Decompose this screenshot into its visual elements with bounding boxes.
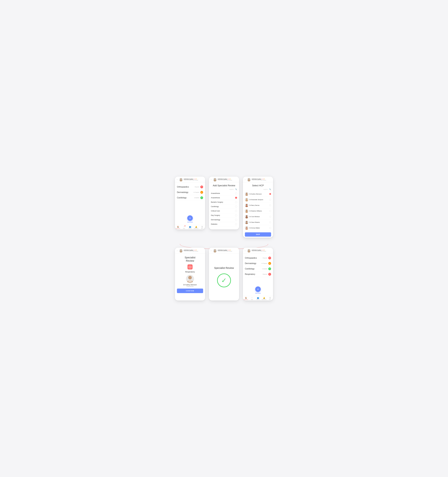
specialty-anaesthesia-1[interactable]: Anaesthesia <box>211 191 237 196</box>
add-new-label: Add New <box>255 292 261 294</box>
patient-avatar <box>213 178 217 181</box>
hcp-cecil[interactable]: Dr Cecil Windsor <box>245 214 271 220</box>
specialty-diabetes[interactable]: Diabetes <box>211 222 237 227</box>
patient-info: HOPKINS Heather ⚠ ♥ ⚕ ⚑ 12-NOV-1979 (38)… <box>218 179 238 181</box>
allergy-icon: ⚕ <box>195 179 196 180</box>
hcp-barry[interactable]: Dr Barry Darrow <box>245 203 271 208</box>
specialty-label: Bariatric Surgery <box>211 201 223 203</box>
confirm-button[interactable]: CONFIRM <box>177 289 203 293</box>
back-arrow-icon[interactable]: ← <box>210 179 212 181</box>
review-specialty-icon <box>188 264 193 269</box>
allergy-icon: ⚕ <box>229 250 230 251</box>
alert-icon: ⚠ <box>194 179 194 180</box>
specialty-cardiology[interactable]: Cardiology <box>211 204 237 209</box>
doctor-dept: Anaesthesia <box>187 286 194 287</box>
nav-patients[interactable]: 👥 Patients <box>255 297 261 300</box>
phone-1-nav: 🏠 Dashboard ♡ Tasks 👥 Patients 🔔 Notific… <box>175 225 205 229</box>
specialty-status: In Progress <box>261 263 267 264</box>
skip-button[interactable]: SKIP <box>245 232 271 237</box>
nav-dashboard[interactable]: 🏠 Dashboard <box>175 226 181 229</box>
patient-name: HOPKINS Heather ⚠ ♥ ⚕ ⚑ <box>218 179 238 180</box>
svg-point-31 <box>248 251 250 252</box>
add-new-label: Add New <box>187 221 193 223</box>
hcp-emma[interactable]: Dr Emma Walker <box>245 225 271 231</box>
hcp-radio[interactable] <box>269 210 271 212</box>
radio-dermatology[interactable] <box>235 219 237 221</box>
hcp-dave[interactable]: Dr Dave Roberts <box>245 220 271 225</box>
radio-bariatric[interactable] <box>235 201 237 203</box>
nav-tasks-label: Tasks <box>183 228 185 229</box>
radio-day-surgery[interactable] <box>235 214 237 216</box>
specialty-name: Dermatology <box>177 191 194 193</box>
nav-notifications[interactable]: 🔔 Notifications <box>261 297 267 300</box>
patient-details: 12-NOV-1979 (38) Female #1234567 <box>218 251 238 252</box>
add-new-button[interactable]: + <box>187 215 193 221</box>
specialty-dermatology[interactable]: Dermatology In Progress ∞ <box>245 261 271 266</box>
hcp-radio[interactable] <box>269 199 271 201</box>
phone-6-nav: 🏠 Dashboard ♡ Tasks 👥 Patients 🔔 Notific… <box>243 296 273 300</box>
hcp-avatar <box>245 209 248 213</box>
patient-avatar <box>247 249 251 252</box>
specialty-orthopaedics[interactable]: Orthopaedics Required ✕ <box>177 184 203 190</box>
radio-diabetes[interactable] <box>235 223 237 225</box>
svg-point-25 <box>188 276 192 279</box>
radio-critical-care[interactable] <box>235 210 237 212</box>
hcp-beatrice[interactable]: Dr Beatrice Williams <box>245 208 271 214</box>
patient-avatar <box>247 178 251 181</box>
required-badge: ✕ <box>200 185 203 188</box>
specialty-anaesthesia-2[interactable]: Anaesthesia <box>211 196 237 200</box>
hcp-radio[interactable] <box>269 193 271 195</box>
specialty-respiratory[interactable]: Respiratory Required ✕ <box>245 272 271 277</box>
phone-2-header: ← HOPKINS Heather ⚠ ♥ ⚕ ⚑ <box>209 177 239 182</box>
hcp-antoinette[interactable]: Dr Antoinette Simpson <box>245 197 271 203</box>
back-arrow-icon[interactable]: ← <box>244 250 246 252</box>
back-arrow-icon[interactable]: ← <box>244 179 246 181</box>
hcp-name: Dr Cecil Windsor <box>249 216 268 217</box>
back-arrow-icon[interactable]: ← <box>176 179 178 181</box>
hcp-radio[interactable] <box>269 216 271 217</box>
nav-menu[interactable]: ☰ Menu <box>267 297 273 300</box>
specialty-critical-care[interactable]: Critical Care <box>211 209 237 213</box>
hcp-audrey[interactable]: Dr Audrey Stensson <box>245 191 271 197</box>
specialty-cardiology[interactable]: Cardiology completed ✓ <box>177 195 203 201</box>
add-new-button[interactable]: + <box>255 286 261 292</box>
patient-avatar <box>179 178 183 181</box>
specialty-dermatology[interactable]: Dermatology <box>211 218 237 222</box>
specialty-orthopaedics[interactable]: Orthopaedics Required ✕ <box>245 255 271 261</box>
specialty-cardiology[interactable]: Cardiology completed ✓ <box>245 266 271 272</box>
radio-anaesthesia-1[interactable] <box>235 192 237 194</box>
hcp-radio[interactable] <box>269 227 271 229</box>
nav-tasks[interactable]: ♡ Tasks <box>181 226 187 229</box>
specialty-name: Cardiology <box>245 268 262 270</box>
svg-point-30 <box>248 250 250 251</box>
hcp-avatar <box>245 215 248 218</box>
radio-cardiology[interactable] <box>235 206 237 208</box>
specialty-dermatology[interactable]: Dermatology In Progress ∞ <box>177 190 203 195</box>
phone-2-body: Add Specialist Review search... 🔍 Anaest… <box>209 182 239 229</box>
heart-icon: ♥ <box>263 179 263 180</box>
dashboard-icon: 🏠 <box>245 297 247 299</box>
hcp-avatar <box>245 192 248 196</box>
nav-menu[interactable]: ☰ Menu <box>199 226 205 229</box>
patient-name: HOPKINS Heather ⚠ ♥ ⚕ ⚑ <box>218 250 238 251</box>
specialty-bariatric[interactable]: Bariatric Surgery <box>211 200 237 204</box>
specialty-day-surgery[interactable]: Day Surgery <box>211 213 237 218</box>
patient-icons: ⚠ ♥ ⚕ ⚑ <box>262 179 265 180</box>
nav-notifications[interactable]: 🔔 Notifications <box>193 226 199 229</box>
phone-6-updated-list: ← HOPKINS Heather ⚠ ♥ ⚕ ⚑ <box>243 248 273 300</box>
svg-point-20 <box>180 250 182 251</box>
nav-dashboard[interactable]: 🏠 Dashboard <box>243 297 249 300</box>
nav-tasks[interactable]: ♡ Tasks <box>249 297 255 300</box>
back-arrow-icon[interactable]: ← <box>210 250 212 252</box>
hcp-radio[interactable] <box>269 204 271 206</box>
nav-patients[interactable]: 👥 Patients <box>187 226 193 229</box>
add-new-container: + Add New <box>177 213 203 224</box>
patient-name: HOPKINS Heather ⚠ ♥ ⚕ ⚑ <box>184 179 204 180</box>
tasks-icon: ♡ <box>251 297 253 299</box>
radio-anaesthesia-2[interactable] <box>235 197 237 199</box>
hcp-avatar <box>245 203 248 207</box>
hcp-radio[interactable] <box>269 221 271 223</box>
back-arrow-icon[interactable]: ← <box>176 250 178 252</box>
specialty-status: Required <box>263 257 267 259</box>
nav-patients-label: Patients <box>188 228 192 229</box>
